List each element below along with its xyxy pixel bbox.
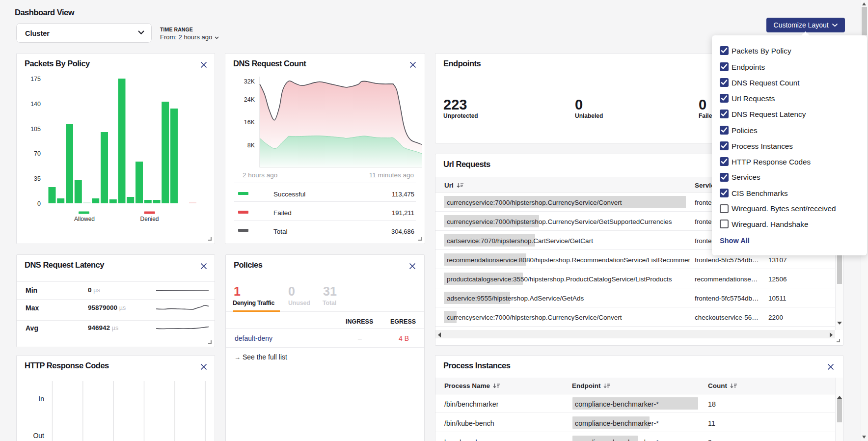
svg-text:105: 105 (30, 126, 41, 133)
svg-text:16K: 16K (244, 119, 255, 126)
svg-text:Denied: Denied (140, 216, 159, 222)
svg-text:8K: 8K (247, 142, 255, 149)
svg-text:70: 70 (34, 150, 41, 157)
svg-text:140: 140 (30, 101, 41, 108)
svg-text:In: In (38, 395, 44, 403)
svg-text:Out: Out (33, 432, 44, 440)
svg-text:32K: 32K (244, 78, 255, 85)
svg-text:0: 0 (37, 200, 41, 207)
svg-text:175: 175 (30, 76, 41, 83)
svg-text:35: 35 (34, 175, 41, 182)
svg-text:Allowed: Allowed (74, 216, 95, 222)
svg-text:24K: 24K (244, 96, 255, 103)
